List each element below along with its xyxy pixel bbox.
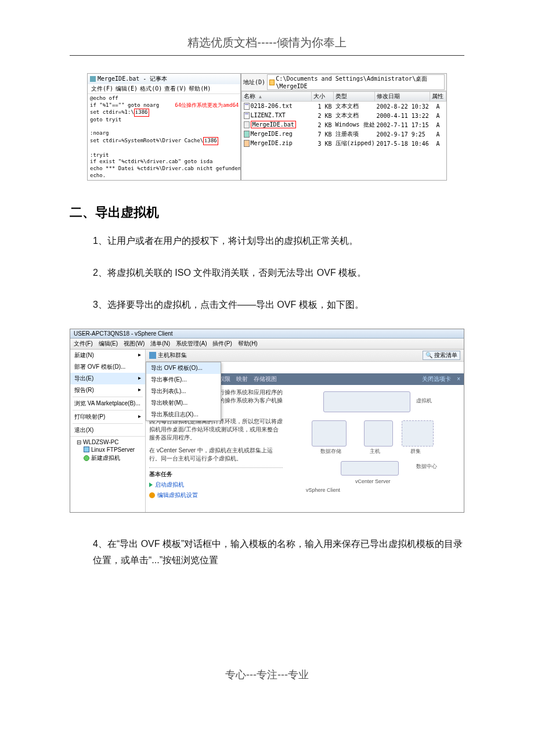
menu-separator xyxy=(73,410,143,411)
tree-root[interactable]: ⊟ WLDZSW-PC xyxy=(73,438,142,446)
col-name[interactable]: 名称 ▲ xyxy=(242,92,312,102)
paragraph-1: 1、让用户或者在用户的授权下，将计划导出的虚拟机正常关机。 xyxy=(93,233,464,250)
vmenu-file[interactable]: 文件(F) xyxy=(74,340,93,348)
smi-map[interactable]: 导出映射(M)... xyxy=(146,397,221,409)
host-graphic xyxy=(364,420,393,447)
crumb-text: 主机和群集 xyxy=(158,352,187,358)
basic-tasks-header: 基本任务 xyxy=(149,467,283,478)
desc-2: 因为每台虚拟机是隔离的计算环境，所以您可以将虚拟机用作桌面/工作站环境或测试环境… xyxy=(149,417,283,442)
vmenu-inv[interactable]: 清单(N) xyxy=(150,340,170,348)
address-label: 地址(D) xyxy=(243,78,265,87)
mi-deploy[interactable]: 部署 OVF 模板(D)... xyxy=(70,361,145,373)
screenshot-notepad-explorer: MergeIDE.bat - 记事本 文件(F) 编辑(E) 格式(O) 查看(… xyxy=(87,73,447,181)
code-line: @echo off xyxy=(90,95,238,102)
file-icon xyxy=(244,140,250,147)
file-type: 压缩(zipped)文件夹 xyxy=(334,139,375,148)
screenshot-vsphere: USER-APCT3QNS18 - vSphere Client 文件(F) 编… xyxy=(70,329,464,513)
file-row[interactable]: LIZENZ.TXT2 KB文本文档2000-4-11 13:22A xyxy=(242,111,446,120)
address-path-text: C:\Documents and Settings\Administrator\… xyxy=(276,75,442,89)
tree-host[interactable]: Linux FTPServer xyxy=(73,446,142,453)
col-attr[interactable]: 属性 xyxy=(430,92,446,102)
tab[interactable]: 映射 xyxy=(236,375,248,383)
col-date[interactable]: 修改日期 xyxy=(375,92,430,102)
task-start-vm[interactable]: 启动虚拟机 xyxy=(149,481,283,489)
file-date: 2002-8-22 10:32 xyxy=(375,102,430,111)
chevron-right-icon: ▸ xyxy=(138,413,141,421)
notepad-body[interactable]: @echo off if "%1"=="" goto noarg 64位操作系统… xyxy=(88,94,240,180)
smi-log[interactable]: 导出系统日志(X)... xyxy=(146,409,221,420)
gear-icon xyxy=(149,492,155,498)
task-edit-vm[interactable]: 编辑虚拟机设置 xyxy=(149,491,283,499)
menu-view[interactable]: 查看(V) xyxy=(164,85,186,93)
lbl-storage: 数据存储 xyxy=(320,448,341,455)
tree-newvm[interactable]: 新建虚拟机 xyxy=(73,453,142,463)
paragraph-2: 2、将虚拟机关联的 ISO 文件取消关联，否则无法导出 OVF 模板。 xyxy=(93,265,464,282)
menu-separator xyxy=(73,423,143,424)
code-line: echo *** Datei %ctdir%\Driver.cab nicht … xyxy=(90,165,238,172)
close-tab-link[interactable]: 关闭选项卡 xyxy=(422,375,451,383)
file-name: MergeIDE.reg xyxy=(251,131,293,137)
notepad-title-text: MergeIDE.bat - 记事本 xyxy=(98,75,167,83)
lbl-dc: 数据中心 xyxy=(416,463,437,470)
vmenu-plugin[interactable]: 插件(P) xyxy=(212,340,232,348)
address-bar: 地址(D) C:\Documents and Settings\Administ… xyxy=(241,74,446,91)
mi-new[interactable]: 新建(N)▸ xyxy=(70,350,145,361)
file-date: 2002-9-17 9:25 xyxy=(375,129,430,139)
file-row[interactable]: MergeIDE.reg7 KB注册表项2002-9-17 9:25A xyxy=(242,129,446,139)
mi-browse[interactable]: 浏览 VA Marketplace(B)... xyxy=(70,398,145,409)
mi-export[interactable]: 导出(E)▸ xyxy=(70,373,145,384)
code-line xyxy=(90,145,238,152)
file-icon xyxy=(244,131,250,138)
vmenu-edit[interactable]: 编辑(E) xyxy=(99,340,118,348)
mi-print[interactable]: 打印映射(P)▸ xyxy=(70,411,145,423)
smi-list[interactable]: 导出列表(L)... xyxy=(146,386,221,397)
lbl-client: vSphere Client xyxy=(306,487,340,493)
explorer-window: 地址(D) C:\Documents and Settings\Administ… xyxy=(241,73,447,181)
code-line: echo. xyxy=(90,172,238,179)
toolbar-row: 主机和群集 🔍 搜索清单 xyxy=(146,350,464,362)
file-size: 1 KB xyxy=(312,102,334,111)
smi-ovf[interactable]: 导出 OVF 模板(O)... xyxy=(146,362,221,374)
notepad-icon xyxy=(90,76,96,82)
host-icon xyxy=(84,447,89,452)
close-icon[interactable]: × xyxy=(457,376,460,382)
page-header: 精选优质文档-----倾情为你奉上 xyxy=(70,35,464,51)
mi-exit[interactable]: 退出(X) xyxy=(70,424,145,436)
tab[interactable]: 存储视图 xyxy=(254,375,277,383)
cluster-graphic xyxy=(402,420,434,447)
code-line: if exist "%ctdir%\driver.cab" goto isda xyxy=(90,159,238,165)
vmenu-view[interactable]: 视图(W) xyxy=(124,340,145,348)
menu-help[interactable]: 帮助(H) xyxy=(189,85,211,93)
vsphere-menubar: 文件(F) 编辑(E) 视图(W) 清单(N) 系统管理(A) 插件(P) 帮助… xyxy=(70,339,464,350)
file-icon xyxy=(244,103,250,110)
file-row[interactable]: 0218-206.txt1 KB文本文档2002-8-22 10:32A xyxy=(242,102,446,111)
menu-format[interactable]: 格式(O) xyxy=(140,85,162,93)
file-row[interactable]: MergeIDE.zip3 KB压缩(zipped)文件夹2017-5-18 1… xyxy=(242,139,446,148)
chevron-right-icon: ▸ xyxy=(138,351,141,359)
vmenu-help[interactable]: 帮助(H) xyxy=(238,340,258,348)
notepad-menubar: 文件(F) 编辑(E) 格式(O) 查看(V) 帮助(H) xyxy=(88,84,240,94)
menu-file[interactable]: 文件(F) xyxy=(91,85,113,93)
file-list-table: 名称 ▲ 大小 类型 修改日期 属性 0218-206.txt1 KB文本文档2… xyxy=(241,91,446,148)
file-date: 2000-4-11 13:22 xyxy=(375,111,430,120)
play-icon xyxy=(149,483,153,487)
notepad-titlebar: MergeIDE.bat - 记事本 xyxy=(88,74,240,84)
file-type: 文本文档 xyxy=(334,102,375,111)
col-type[interactable]: 类型 xyxy=(334,92,375,102)
menu-edit[interactable]: 编辑(E) xyxy=(116,85,138,93)
file-size: 2 KB xyxy=(312,111,334,120)
search-inventory-button[interactable]: 🔍 搜索清单 xyxy=(423,351,460,360)
vm-graphic xyxy=(323,391,410,412)
file-name: MergeIDE.zip xyxy=(251,140,293,146)
smi-events[interactable]: 导出事件(E)... xyxy=(146,374,221,386)
menu-separator xyxy=(73,397,143,397)
add-icon xyxy=(84,455,89,461)
file-row[interactable]: MergeIDE.bat2 KBWindows 批处理文件2002-7-11 1… xyxy=(242,120,446,129)
hosts-icon xyxy=(149,352,156,359)
vmenu-admin[interactable]: 系统管理(A) xyxy=(176,340,207,348)
mi-report[interactable]: 报告(R)▸ xyxy=(70,384,145,396)
address-input[interactable]: C:\Documents and Settings\Administrator\… xyxy=(267,74,445,90)
highlighted-i386: i386 xyxy=(203,137,218,145)
col-size[interactable]: 大小 xyxy=(312,92,334,102)
file-date: 2017-5-18 10:46 xyxy=(375,139,430,148)
